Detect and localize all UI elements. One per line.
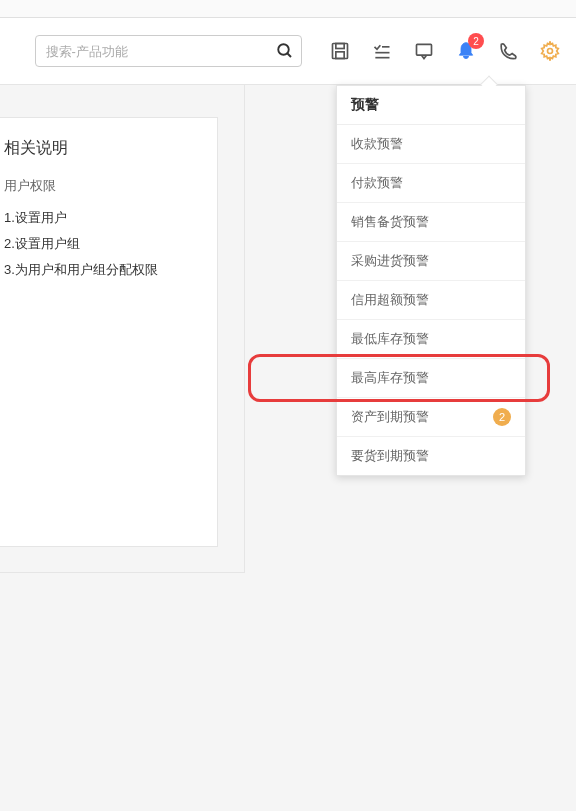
toolbar-icons: 2 [320,31,570,71]
dropdown-item-label: 最高库存预警 [351,369,429,387]
panel-item: 3.为用户和用户组分配权限 [0,261,203,279]
phone-icon[interactable] [488,31,528,71]
dropdown-item-label: 最低库存预警 [351,330,429,348]
svg-rect-3 [336,44,344,49]
list-check-icon[interactable] [362,31,402,71]
bell-badge: 2 [468,33,484,49]
top-strip [0,0,576,18]
dropdown-item-purchase-stock[interactable]: 采购进货预警 [337,242,525,281]
search-icon[interactable] [269,35,301,67]
dropdown-item-label: 销售备货预警 [351,213,429,231]
dropdown-item-credit-over[interactable]: 信用超额预警 [337,281,525,320]
search-box[interactable] [35,35,302,67]
panel-item: 2.设置用户组 [0,235,203,253]
dropdown-item-label: 信用超额预警 [351,291,429,309]
dropdown-item-label: 收款预警 [351,135,403,153]
dropdown-header: 预警 [337,86,525,125]
svg-rect-4 [336,52,344,59]
settings-icon[interactable] [530,31,570,71]
toolbar: 2 [0,18,576,85]
panel-item: 1.设置用户 [0,209,203,227]
panel-subtitle: 用户权限 [0,177,203,195]
svg-line-1 [287,53,291,57]
save-icon[interactable] [320,31,360,71]
dropdown-item-payment-out[interactable]: 付款预警 [337,164,525,203]
dropdown-item-max-stock[interactable]: 最高库存预警 [337,359,525,398]
dropdown-item-label: 采购进货预警 [351,252,429,270]
dropdown-item-sales-stock[interactable]: 销售备货预警 [337,203,525,242]
dropdown-item-request-expire[interactable]: 要货到期预警 [337,437,525,475]
panel-title: 相关说明 [0,138,203,159]
dropdown-item-label: 付款预警 [351,174,403,192]
dropdown-item-min-stock[interactable]: 最低库存预警 [337,320,525,359]
count-badge: 2 [493,408,511,426]
alert-dropdown: 预警 收款预警 付款预警 销售备货预警 采购进货预警 信用超额预警 最低库存预警… [336,85,526,476]
svg-point-0 [278,44,289,55]
content-area: 相关说明 用户权限 1.设置用户 2.设置用户组 3.为用户和用户组分配权限 预… [0,85,576,811]
left-panel: 相关说明 用户权限 1.设置用户 2.设置用户组 3.为用户和用户组分配权限 [0,117,218,547]
search-input[interactable] [36,44,269,59]
dropdown-item-label: 资产到期预警 [351,408,429,426]
chat-icon[interactable] [404,31,444,71]
dropdown-item-payment-in[interactable]: 收款预警 [337,125,525,164]
bell-icon[interactable]: 2 [446,31,486,71]
dropdown-item-label: 要货到期预警 [351,447,429,465]
dropdown-item-asset-expire[interactable]: 资产到期预警 2 [337,398,525,437]
svg-point-9 [548,49,553,54]
svg-rect-8 [417,44,432,55]
